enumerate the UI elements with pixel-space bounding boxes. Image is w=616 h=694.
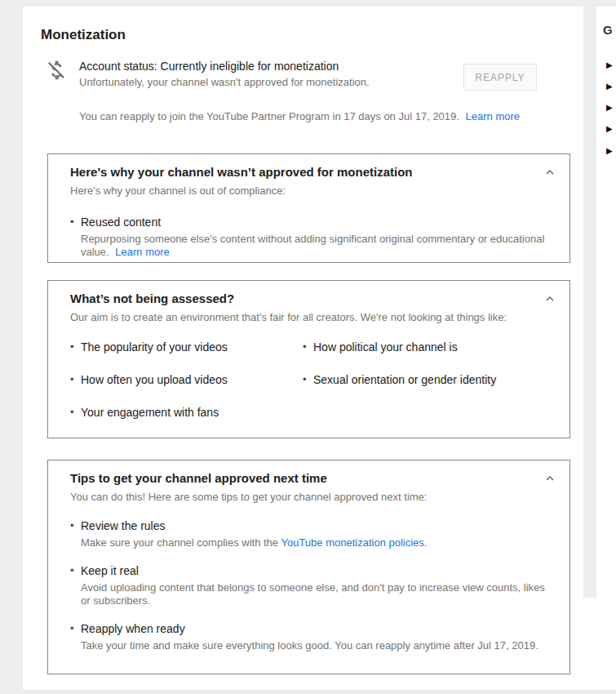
- tip-item: Keep it real Avoid uploading content tha…: [70, 564, 547, 607]
- why-card-subtitle: Here's why your channel is out of compli…: [70, 185, 547, 197]
- tip-title: Review the rules: [70, 519, 547, 532]
- right-side-panel: G ▶ ▶ ▶ ▶ ▶: [596, 7, 616, 690]
- why-card-title: Here’s why your channel wasn’t approved …: [70, 165, 547, 179]
- not-assessed-subtitle: Our aim is to create an environment that…: [70, 311, 547, 323]
- tip-description-text: Make sure your channel complies with the: [81, 536, 278, 549]
- tips-subtitle: You can do this! Here are some tips to g…: [70, 491, 547, 503]
- tip-item: Review the rules Make sure your channel …: [70, 519, 547, 549]
- triangle-expand-icon[interactable]: ▶: [606, 104, 613, 112]
- not-assessed-list: The popularity of your videos How often …: [70, 340, 547, 438]
- tip-description: Avoid uploading content that belongs to …: [70, 581, 547, 607]
- reason-description: Repurposing someone else's content witho…: [70, 233, 547, 259]
- chevron-up-icon[interactable]: [543, 471, 557, 486]
- chevron-up-icon[interactable]: [543, 165, 557, 180]
- tips-title: Tips to get your channel approved next t…: [70, 471, 547, 485]
- reason-item: Reused content Repurposing someone else'…: [70, 216, 547, 259]
- monetization-page-card: Monetization Account status: Currently i…: [23, 7, 583, 690]
- reapply-note-text: You can reapply to join the YouTube Part…: [79, 110, 459, 122]
- tip-title: Keep it real: [70, 564, 547, 577]
- triangle-expand-icon[interactable]: ▶: [606, 82, 613, 91]
- reapply-button[interactable]: REAPPLY: [463, 64, 537, 91]
- not-assessed-card: What’s not being assessed? Our aim is to…: [47, 280, 570, 438]
- reapply-note: You can reapply to join the YouTube Part…: [79, 110, 520, 122]
- monetization-policies-link[interactable]: YouTube monetization policies.: [281, 536, 427, 549]
- list-item: Your engagement with fans: [70, 406, 303, 419]
- reapply-learn-more-link[interactable]: Learn more: [466, 110, 520, 122]
- tips-list: Review the rules Make sure your channel …: [70, 519, 547, 652]
- account-status-title: Account status: Currently ineligible for…: [79, 60, 339, 73]
- triangle-expand-icon[interactable]: ▶: [606, 61, 613, 69]
- why-not-approved-card: Here’s why your channel wasn’t approved …: [47, 153, 570, 263]
- list-item: Sexual orientation or gender identity: [303, 373, 496, 386]
- money-off-icon: [44, 58, 69, 82]
- account-status-subtitle: Unfortunately, your channel wasn't appro…: [79, 76, 370, 88]
- tip-item: Reapply when ready Take your time and ma…: [70, 622, 547, 652]
- reason-learn-more-link[interactable]: Learn more: [115, 246, 169, 258]
- chevron-up-icon[interactable]: [543, 291, 557, 306]
- list-item: The popularity of your videos: [70, 340, 303, 354]
- tips-card: Tips to get your channel approved next t…: [47, 460, 570, 674]
- triangle-expand-icon[interactable]: ▶: [606, 125, 613, 133]
- side-panel-heading: G: [603, 23, 613, 37]
- not-assessed-title: What’s not being assessed?: [70, 291, 547, 305]
- tip-title: Reapply when ready: [70, 622, 547, 635]
- triangle-expand-icon[interactable]: ▶: [606, 147, 613, 155]
- page-title: Monetization: [41, 27, 126, 43]
- list-item: How often you upload videos: [70, 373, 303, 386]
- background-patch: [583, 598, 596, 690]
- reason-title: Reused content: [70, 216, 547, 229]
- tip-description: Make sure your channel complies with the…: [70, 536, 547, 549]
- tip-description: Take your time and make sure everything …: [70, 639, 547, 652]
- list-item: How political your channel is: [303, 340, 496, 354]
